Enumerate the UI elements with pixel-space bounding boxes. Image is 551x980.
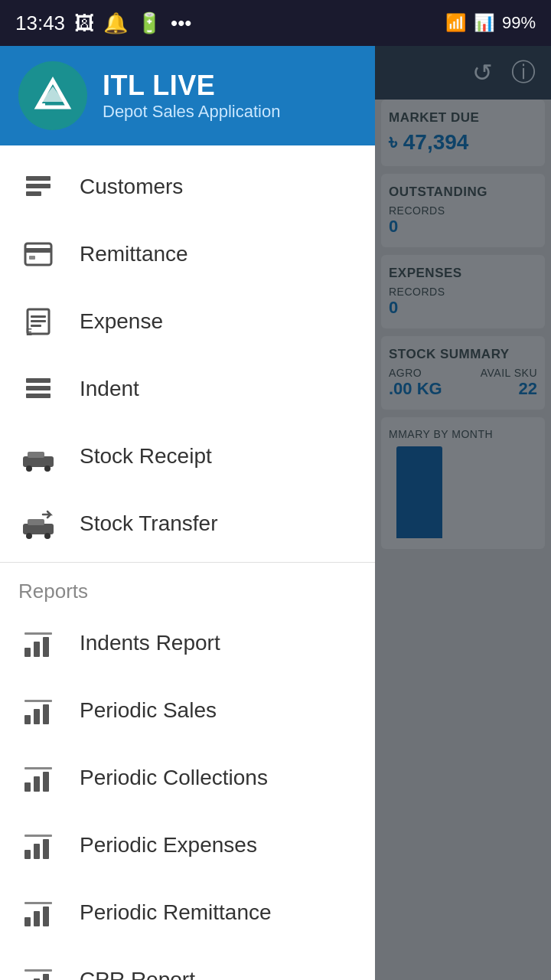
svg-rect-34 [34,776,40,792]
svg-rect-8 [29,256,35,260]
periodic-collections-icon [18,758,58,798]
notification-icon: 🔔 [103,11,128,35]
svg-rect-28 [24,632,52,635]
drawer-header: ITL LIVE Depot Sales Application [0,46,375,145]
battery-level: 99% [502,13,536,33]
indent-icon [18,369,58,409]
svg-rect-42 [34,911,40,926]
svg-rect-10 [31,315,46,318]
svg-point-24 [44,533,51,539]
app-title: ITL LIVE [103,70,280,102]
cpr-report-label: CPR Report [80,968,195,980]
photo-icon: 🖼 [74,11,94,35]
periodic-collections-label: Periodic Collections [80,766,268,790]
svg-rect-22 [28,519,44,525]
expense-icon: E [18,302,58,341]
more-icon: ••• [171,11,191,35]
stock-receipt-icon [18,436,58,476]
svg-rect-27 [43,637,49,657]
svg-rect-5 [26,191,41,196]
cpr-report-icon [18,960,58,980]
svg-rect-31 [43,704,49,724]
svg-rect-14 [26,378,51,383]
svg-rect-21 [23,524,54,534]
svg-point-20 [44,466,51,472]
svg-point-23 [26,533,32,539]
svg-rect-47 [43,974,49,980]
expense-label: Expense [80,309,163,334]
periodic-remittance-icon [18,893,58,933]
svg-rect-37 [24,850,31,859]
svg-rect-11 [31,320,46,322]
battery-icon: 🔋 [137,11,161,35]
svg-rect-12 [31,325,41,327]
periodic-expenses-icon [18,825,58,865]
customers-label: Customers [80,175,183,199]
sidebar-item-cpr-report[interactable]: CPR Report [0,946,375,980]
logo-icon [30,73,76,119]
svg-rect-48 [24,969,52,972]
svg-rect-29 [24,715,31,724]
stock-transfer-icon [18,504,58,544]
reports-divider [0,562,375,563]
sidebar-item-periodic-collections[interactable]: Periodic Collections [0,744,375,812]
svg-rect-30 [34,709,40,724]
time-display: 13:43 [15,11,65,35]
svg-rect-38 [34,844,40,859]
svg-rect-18 [28,452,44,458]
indents-report-icon [18,623,58,663]
sidebar-item-indents-report[interactable]: Indents Report [0,609,375,677]
periodic-sales-icon [18,691,58,730]
sidebar-item-periodic-expenses[interactable]: Periodic Expenses [0,812,375,879]
remittance-icon [18,234,58,274]
sidebar-item-stock-transfer[interactable]: Stock Transfer [0,490,375,557]
sidebar-item-remittance[interactable]: Remittance [0,220,375,288]
svg-rect-33 [24,782,31,792]
svg-rect-32 [24,700,52,702]
wifi-icon: 📶 [445,13,466,33]
stock-transfer-label: Stock Transfer [80,511,218,536]
remittance-label: Remittance [80,242,188,266]
indents-report-label: Indents Report [80,631,220,655]
sidebar-item-customers[interactable]: Customers [0,153,375,220]
stock-receipt-label: Stock Receipt [80,444,212,469]
svg-rect-25 [24,648,31,657]
drawer-overlay[interactable] [375,46,551,980]
sidebar-item-expense[interactable]: E Expense [0,288,375,355]
app-subtitle: Depot Sales Application [103,102,280,122]
svg-rect-43 [43,906,49,926]
svg-rect-4 [26,184,51,188]
sidebar-item-stock-receipt[interactable]: Stock Receipt [0,423,375,490]
svg-rect-7 [25,248,51,253]
reports-section-header: Reports [0,567,375,609]
svg-rect-41 [24,917,31,926]
svg-rect-40 [24,835,52,837]
drawer-menu[interactable]: Customers Remittance E [0,145,375,980]
svg-rect-26 [34,642,40,657]
sidebar-item-periodic-sales[interactable]: Periodic Sales [0,677,375,744]
navigation-drawer: ITL LIVE Depot Sales Application Custome… [0,46,375,980]
svg-rect-3 [26,176,51,181]
svg-rect-39 [43,839,49,859]
app-logo [18,61,87,130]
svg-rect-36 [24,767,52,769]
sidebar-item-indent[interactable]: Indent [0,355,375,423]
svg-point-19 [26,466,32,472]
app-info: ITL LIVE Depot Sales Application [103,70,280,122]
signal-icon: 📊 [474,13,494,33]
sidebar-item-periodic-remittance[interactable]: Periodic Remittance [0,879,375,946]
svg-text:E: E [26,327,32,338]
svg-rect-16 [26,394,51,398]
svg-rect-15 [26,386,51,390]
periodic-expenses-label: Periodic Expenses [80,833,257,858]
svg-rect-44 [24,902,52,904]
periodic-sales-label: Periodic Sales [80,698,217,723]
svg-rect-35 [43,772,49,792]
svg-rect-6 [25,243,51,265]
indent-label: Indent [80,377,139,401]
periodic-remittance-label: Periodic Remittance [80,900,272,925]
svg-rect-17 [23,456,54,467]
customers-icon [18,167,58,207]
status-bar: 13:43 🖼 🔔 🔋 ••• 📶 📊 99% [0,0,551,46]
